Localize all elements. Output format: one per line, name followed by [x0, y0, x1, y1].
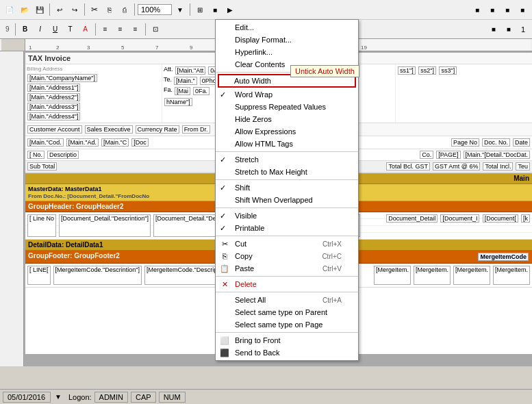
align-btn[interactable]: ■ — [208, 3, 222, 16]
field-desc[interactable]: Descriptio — [47, 151, 79, 159]
align-left[interactable]: ≡ — [99, 23, 112, 36]
field-r1[interactable]: ss1"] — [398, 66, 416, 75]
open-btn[interactable]: 📂 — [18, 3, 31, 16]
date-dropdown[interactable]: ▼ — [53, 393, 63, 401]
field-ad[interactable]: [Main."Ad. — [66, 138, 99, 147]
zoom-dropdown[interactable]: ▼ — [173, 3, 187, 16]
field-pageno[interactable]: Page No — [451, 138, 479, 147]
field-hname[interactable]: hName"] — [164, 98, 192, 106]
field-fa2[interactable]: 0Fa. — [193, 87, 210, 95]
field-line-no[interactable]: [ Line No — [27, 214, 56, 237]
field-subtotal[interactable]: Sub Total — [27, 162, 57, 171]
field-date[interactable]: Date — [513, 138, 530, 147]
tb2-extra2[interactable]: ■ — [502, 23, 516, 36]
field-from[interactable]: From Dr. — [182, 125, 210, 134]
menu-hide-zeros[interactable]: Hide Zeros — [216, 113, 358, 125]
italic-btn[interactable]: I — [34, 23, 47, 36]
color-btn[interactable]: A — [79, 23, 92, 36]
grid-btn[interactable]: ⊞ — [193, 3, 207, 16]
bold-btn[interactable]: B — [18, 23, 32, 36]
border-btn[interactable]: ⊡ — [149, 23, 162, 36]
menu-visible[interactable]: ✓ Visible — [216, 210, 358, 222]
menu-printable[interactable]: ✓ Printable — [216, 222, 358, 234]
tb-extra4[interactable]: ■ — [516, 3, 529, 16]
field-te[interactable]: [Main." — [174, 77, 197, 85]
field-desc2[interactable]: [Document_Detail."Descrintion"] — [59, 214, 151, 237]
undo-btn[interactable]: ↩ — [53, 3, 66, 16]
field-doc[interactable]: [Doc — [131, 138, 149, 147]
field-mergeitem-r2[interactable]: [MergeItem. — [414, 266, 451, 285]
tb2-extra1[interactable]: ■ — [487, 23, 501, 36]
menu-cut[interactable]: ✂ Cut Ctrl+X — [216, 238, 358, 250]
menu-display-format[interactable]: Display Format... — [216, 34, 358, 46]
preview-btn[interactable]: ▶ — [223, 3, 237, 16]
save-btn[interactable]: 💾 — [33, 3, 47, 16]
tb-extra1[interactable]: ■ — [470, 3, 484, 16]
menu-word-wrap[interactable]: ✓ Word Wrap — [216, 88, 358, 101]
field-cod[interactable]: [Main."Cod. — [27, 138, 64, 147]
field-c[interactable]: [Main."C — [101, 138, 129, 147]
menu-stretch[interactable]: ✓ Stretch — [216, 153, 358, 166]
menu-shift-overlap[interactable]: Shift When Overlapped — [216, 194, 358, 206]
field-r2[interactable]: ss2"] — [418, 66, 436, 75]
menu-select-parent[interactable]: Select same type on Parent — [216, 306, 358, 318]
menu-allow-html[interactable]: Allow HTML Tags — [216, 138, 358, 150]
field-main-doc[interactable]: [Main."[Detail."DocDat. — [464, 151, 530, 159]
menu-stretch-max[interactable]: Stretch to Max Height — [216, 166, 358, 178]
copy-btn[interactable]: ⎘ — [103, 3, 116, 16]
menu-select-all[interactable]: Select All Ctrl+A — [216, 294, 358, 306]
font-btn[interactable]: T — [64, 23, 77, 36]
field-att[interactable]: [Main."Att — [175, 66, 206, 75]
field-doc-det3[interactable]: [Document[ — [483, 214, 518, 223]
tb-extra3[interactable]: ■ — [501, 3, 514, 16]
date-dropdown-btn[interactable]: ▼ — [53, 393, 63, 401]
field-company[interactable]: [Main."CompanyName"] — [27, 74, 97, 82]
cut-btn[interactable]: ✂ — [88, 3, 101, 16]
field-r3[interactable]: ss3"] — [439, 66, 457, 75]
field-line2[interactable]: [ LINE[ — [27, 266, 51, 285]
new-btn[interactable]: 📄 — [3, 3, 16, 16]
field-addr1[interactable]: [Main."Address1"] — [27, 84, 80, 92]
field-mergeitem[interactable]: MergeItemCode — [478, 253, 529, 261]
align-right[interactable]: ≡ — [129, 23, 142, 36]
field-mergeitem2[interactable]: [MergeItemCode."Descrintion"] — [53, 266, 142, 285]
menu-delete[interactable]: ✕ Delete — [216, 278, 358, 290]
field-currency[interactable]: Currency Rate — [136, 125, 179, 134]
underline-btn[interactable]: U — [49, 23, 62, 36]
field-addr3[interactable]: [Main."Address3"] — [27, 103, 80, 111]
field-addr2[interactable]: [Main."Address2"] — [27, 93, 80, 101]
align-center[interactable]: ≡ — [114, 23, 127, 36]
tb-extra2[interactable]: ■ — [485, 3, 499, 16]
field-co[interactable]: Co. — [420, 151, 433, 159]
menu-edit[interactable]: Edit... — [216, 21, 358, 34]
field-doc-det2[interactable]: [Document_I — [440, 214, 479, 223]
field-mergeitem-r3[interactable]: [MergeItem. — [453, 266, 490, 285]
field-docno[interactable]: Doc. No. — [482, 138, 510, 147]
menu-shift[interactable]: ✓ Shift — [216, 181, 358, 194]
field-no[interactable]: [ No. — [27, 151, 45, 159]
zoom-input[interactable]: 100% — [138, 4, 172, 15]
field-totalincl[interactable]: Total Incl. — [483, 162, 513, 171]
field-page[interactable]: [PAGE] — [436, 151, 460, 159]
menu-allow-expr[interactable]: Allow Expressions — [216, 125, 358, 138]
field-addr4[interactable]: [Main."Address4"] — [27, 112, 80, 121]
field-sales[interactable]: Sales Executive — [85, 125, 133, 134]
menu-paste[interactable]: 📋 Paste Ctrl+V — [216, 262, 358, 275]
menu-copy[interactable]: ⎘ Copy Ctrl+C — [216, 250, 358, 262]
field-teu[interactable]: Teu — [516, 162, 530, 171]
paste-btn[interactable]: ⎙ — [118, 3, 131, 16]
menu-bring-front[interactable]: ⬜ Bring to Front — [216, 334, 358, 346]
field-mergeitem-r[interactable]: [MergeItem. — [374, 266, 411, 285]
menu-select-page[interactable]: Select same type on Page — [216, 318, 358, 331]
menu-send-back[interactable]: ⬛ Send to Back — [216, 346, 358, 359]
menu-suppress[interactable]: Suppress Repeated Values — [216, 101, 358, 113]
field-mergeitem-r4[interactable]: [MergeItem. — [493, 266, 530, 285]
menu-hyperlink[interactable]: Hyperlink... — [216, 46, 358, 58]
field-fa[interactable]: [Mai — [175, 87, 190, 95]
field-customer[interactable]: Customer Account — [27, 125, 82, 134]
redo-btn[interactable]: ↪ — [68, 3, 81, 16]
field-doc-det[interactable]: Document_Detail — [386, 214, 438, 223]
field-doc-det4[interactable]: [k — [521, 214, 530, 223]
field-gst6[interactable]: GST Amt @ 6% — [433, 162, 481, 171]
field-totalbcl[interactable]: Total Bcl. GST — [386, 162, 430, 171]
